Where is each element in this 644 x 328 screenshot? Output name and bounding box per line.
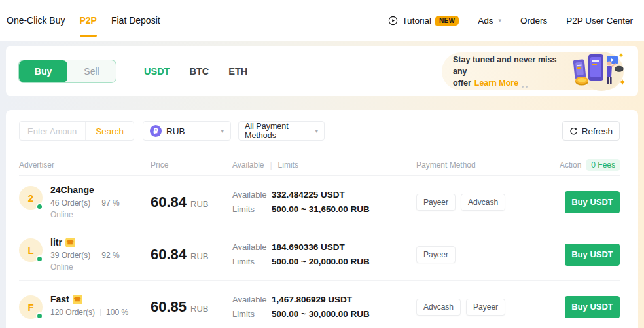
header-action: Action 0 Fees <box>548 159 620 171</box>
advertiser-name[interactable]: litr ☎ <box>50 237 120 247</box>
trade-selector-card: Buy Sell USDT BTC ETH Stay tuned and nev… <box>6 46 638 96</box>
advertiser-status: Online <box>50 263 120 272</box>
payment-method-select[interactable]: All Payment Methods ▾ <box>238 121 325 141</box>
tab-fiat-deposit[interactable]: Fiat Deposit <box>104 0 168 41</box>
zero-fees-badge: 0 Fees <box>586 159 620 171</box>
coin-tab-eth[interactable]: ETH <box>228 66 247 77</box>
price-cell: 60.85RUB <box>151 299 232 316</box>
offer-row: F Fast ☎ 120 Order(s) 100 % <box>19 281 620 328</box>
payment-tag[interactable]: Payeer <box>416 194 456 211</box>
buy-usdt-button[interactable]: Buy USDT <box>565 191 620 213</box>
promo-text: Stay tuned and never miss any offerLearn… <box>453 54 563 89</box>
payment-tags: Advcash Payeer <box>416 299 548 316</box>
payment-tags: Payeer Advcash <box>416 194 548 211</box>
currency-select[interactable]: ₽ RUB ▾ <box>143 121 231 141</box>
amount-input[interactable] <box>20 126 85 136</box>
chevron-down-icon: ▾ <box>221 128 224 134</box>
advertiser-avatar[interactable]: 2 <box>19 186 43 210</box>
tab-one-click-buy[interactable]: One-Click Buy <box>7 0 72 41</box>
coin-tab-usdt[interactable]: USDT <box>144 66 170 77</box>
user-center-label: P2P User Center <box>566 16 633 26</box>
tutorial-link[interactable]: Tutorial NEW <box>388 16 459 26</box>
p2p-trading-page: One-Click Buy P2P Fiat Deposit Tutorial … <box>0 0 644 328</box>
refresh-label: Refresh <box>582 126 613 136</box>
offers-card: Search ₽ RUB ▾ All Payment Methods ▾ <box>6 110 638 328</box>
coin-tabs: USDT BTC ETH <box>144 66 247 77</box>
ads-label: Ads <box>478 16 493 26</box>
advertiser-name[interactable]: Fast ☎ <box>50 294 128 304</box>
price-cell: 60.84RUB <box>151 246 232 263</box>
learn-more-link[interactable]: Learn More <box>474 79 518 88</box>
chevron-down-icon: ▾ <box>498 17 501 24</box>
available-limits-cell: Available 1,467.806929 USDT Limits 500.0… <box>232 295 416 319</box>
advertiser-stats: 39 Order(s) 92 % <box>50 251 120 260</box>
play-circle-icon <box>388 16 398 26</box>
orders-label: Orders <box>520 16 547 26</box>
buy-usdt-button[interactable]: Buy USDT <box>565 244 620 266</box>
chevron-down-icon: ▾ <box>315 128 318 134</box>
offer-row: L litr ☎ 39 Order(s) 92 % Onli <box>19 228 620 281</box>
price-cell: 60.84RUB <box>151 194 232 211</box>
header-price: Price <box>151 160 232 170</box>
nav-tabs: One-Click Buy P2P Fiat Deposit <box>7 0 168 41</box>
top-navigation: One-Click Buy P2P Fiat Deposit Tutorial … <box>0 0 644 41</box>
buy-usdt-button[interactable]: Buy USDT <box>565 296 620 318</box>
advertiser-avatar[interactable]: F <box>19 295 43 319</box>
search-button[interactable]: Search <box>86 126 134 136</box>
online-status-dot <box>36 255 43 263</box>
available-limits-cell: Available 184.690336 USDT Limits 500.00 … <box>232 242 416 266</box>
promo-illustration-icon <box>562 49 629 95</box>
online-status-dot <box>36 312 43 319</box>
refresh-icon <box>569 127 578 136</box>
nav-right-links: Tutorial NEW Ads ▾ Orders P2P User Cente… <box>388 16 633 26</box>
available-limits-cell: Available 332.484225 USDT Limits 500.00 … <box>232 190 416 214</box>
payment-tag[interactable]: Payeer <box>466 299 505 316</box>
new-badge: NEW <box>435 16 459 26</box>
phone-verified-icon: ☎ <box>65 238 75 247</box>
tutorial-label: Tutorial <box>402 16 431 26</box>
payment-tags: Payeer <box>416 246 548 263</box>
offer-row: 2 24Change 46 Order(s) 97 % Online <box>19 176 620 228</box>
advertiser-status: Online <box>50 210 120 219</box>
promo-banner[interactable]: Stay tuned and never miss any offerLearn… <box>442 52 624 90</box>
payment-tag[interactable]: Payeer <box>416 246 456 263</box>
header-advertiser: Advertiser <box>19 160 151 170</box>
header-payment-method: Payment Method <box>416 160 548 170</box>
payment-tag[interactable]: Advcash <box>461 194 505 211</box>
carousel-dots <box>522 86 528 88</box>
refresh-button[interactable]: Refresh <box>562 121 620 141</box>
phone-verified-icon: ☎ <box>73 295 82 304</box>
header-divider: | <box>270 160 272 170</box>
payment-method-value: All Payment Methods <box>245 122 313 140</box>
coin-tab-btc[interactable]: BTC <box>189 66 209 77</box>
payment-tag[interactable]: Advcash <box>416 299 461 316</box>
buy-toggle[interactable]: Buy <box>19 60 67 82</box>
ads-menu[interactable]: Ads ▾ <box>478 16 501 26</box>
currency-value: RUB <box>166 126 185 136</box>
orders-link[interactable]: Orders <box>520 16 547 26</box>
advertiser-name[interactable]: 24Change <box>50 185 120 195</box>
sell-toggle[interactable]: Sell <box>67 60 116 82</box>
advertiser-avatar[interactable]: L <box>19 238 43 262</box>
amount-search-box: Search <box>19 121 134 141</box>
header-available-limits: Available | Limits <box>232 160 416 170</box>
table-header: Advertiser Price Available | Limits Paym… <box>19 154 620 176</box>
tab-p2p[interactable]: P2P <box>72 0 103 41</box>
advertiser-stats: 120 Order(s) 100 % <box>50 308 128 317</box>
online-status-dot <box>36 203 43 210</box>
ruble-coin-icon: ₽ <box>150 125 162 137</box>
buy-sell-toggle: Buy Sell <box>18 60 116 83</box>
filter-bar: Search ₽ RUB ▾ All Payment Methods ▾ <box>19 121 620 141</box>
advertiser-stats: 46 Order(s) 97 % <box>50 198 120 208</box>
p2p-user-center-link[interactable]: P2P User Center <box>566 16 633 26</box>
